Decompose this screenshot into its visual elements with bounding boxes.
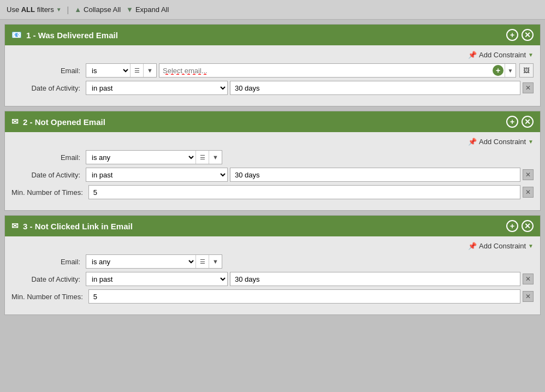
filter-1-date-input-group: in past in future is ✕	[86, 81, 534, 95]
filter-1-email-add-button[interactable]: +	[493, 65, 503, 76]
filter-3-email-label: Email:	[11, 258, 82, 266]
filter-1-date-select[interactable]: in past in future is	[86, 81, 228, 95]
filter-3-min-times-row: Min. Number of Times: ✕	[11, 289, 534, 304]
filter-2-days-input[interactable]	[230, 168, 520, 182]
use-all-filters[interactable]: Use ALL filters ▼	[7, 5, 62, 14]
filter-3-date-select[interactable]: in past in future is	[86, 272, 228, 286]
filter-2-min-times-remove-button[interactable]: ✕	[523, 187, 534, 198]
filter-2-min-times-input[interactable]	[88, 185, 520, 199]
filter-header-1: 📧 1 - Was Delivered Email + ✕	[5, 25, 540, 45]
filter-2-min-times-input-group: ✕	[88, 185, 534, 199]
filter-3-body: 📌 Add Constraint ▼ Email: is is any is n…	[5, 236, 540, 314]
filter-2-email-label: Email:	[11, 153, 82, 162]
filter-header-left-1: 📧 1 - Was Delivered Email	[11, 30, 118, 40]
filter-1-email-value-input[interactable]	[159, 65, 491, 76]
filter-3-add-constraint-label: Add Constraint	[479, 242, 526, 250]
filter-1-email-type-select-wrapper: is is any is not ☰ ▼	[86, 63, 157, 78]
filter-2-add-constraint-row: 📌 Add Constraint ▼	[11, 138, 534, 146]
filter-3-add-constraint-row: 📌 Add Constraint ▼	[11, 242, 534, 250]
filter-1-up-button[interactable]: +	[506, 29, 518, 41]
filter-3-email-input-group: is is any is not ☰ ▼	[86, 254, 534, 269]
filter-3-email-type-dropdown-btn[interactable]: ▼	[209, 255, 222, 268]
filter-2-body: 📌 Add Constraint ▼ Email: is is any is n…	[5, 132, 540, 210]
filter-2-date-label: Date of Activity:	[11, 171, 82, 179]
filter-2-email-type-select[interactable]: is is any is not	[86, 151, 196, 164]
filter-1-email-type-dropdown-btn[interactable]: ▼	[143, 64, 156, 77]
filter-1-email-type-icon-btn[interactable]: ☰	[130, 64, 143, 77]
filter-1-date-remove-button[interactable]: ✕	[523, 82, 534, 93]
filter-3-days-input[interactable]	[230, 272, 520, 286]
filter-2-date-select[interactable]: in past in future is	[86, 168, 228, 182]
filter-1-email-dropdown-button[interactable]: ▼	[505, 64, 516, 77]
toolbar-separator: |	[67, 5, 69, 14]
filter-1-date-row: Date of Activity: in past in future is ✕	[11, 81, 534, 95]
filter-3-email-type-select[interactable]: is is any is not	[86, 255, 196, 268]
filter-1-add-constraint-button[interactable]: 📌 Add Constraint ▼	[468, 51, 534, 59]
filter-2-email-type-select-wrapper: is is any is not ☰ ▼	[86, 150, 222, 164]
use-all-text: Use ALL filters	[7, 5, 54, 14]
filter-3-pin-icon: 📌	[468, 242, 477, 250]
filter-2-date-remove-button[interactable]: ✕	[523, 169, 534, 180]
filter-2-up-button[interactable]: +	[506, 116, 518, 128]
filter-1-email-image-button[interactable]: 🖼	[519, 63, 534, 78]
filter-2-add-constraint-button[interactable]: 📌 Add Constraint ▼	[468, 138, 534, 146]
filter-header-2: ✉ 2 - Not Opened Email + ✕	[5, 111, 540, 132]
filter-1-pin-icon: 📌	[468, 51, 477, 59]
filter-3-date-remove-button[interactable]: ✕	[523, 274, 534, 284]
filter-2-pin-icon: 📌	[468, 138, 477, 146]
filter-3-date-input-group: in past in future is ✕	[86, 272, 534, 286]
filter-header-right-2: + ✕	[506, 116, 534, 128]
filter-1-email-input-group: is is any is not ☰ ▼ + ▼ 🖼	[86, 63, 534, 78]
filter-3-title: 3 - Not Clicked Link in Email	[23, 222, 133, 231]
filter-1-icon: 📧	[11, 30, 22, 40]
filter-3-email-type-select-wrapper: is is any is not ☰ ▼	[86, 254, 222, 269]
filter-2-title: 2 - Not Opened Email	[23, 117, 105, 127]
expand-arrow-icon: ▼	[126, 5, 133, 14]
filter-1-title: 1 - Was Delivered Email	[26, 31, 118, 40]
filter-1-email-label: Email:	[11, 67, 82, 75]
filter-3-email-type-icon-btn[interactable]: ☰	[196, 255, 209, 268]
main-content: 📧 1 - Was Delivered Email + ✕ 📌 Add Cons…	[0, 20, 545, 319]
filter-3-icon: ✉	[11, 221, 19, 231]
filter-2-close-button[interactable]: ✕	[522, 116, 534, 128]
filter-3-close-button[interactable]: ✕	[522, 220, 534, 232]
filter-header-3: ✉ 3 - Not Clicked Link in Email + ✕	[5, 216, 540, 236]
filter-header-left-3: ✉ 3 - Not Clicked Link in Email	[11, 221, 133, 231]
filter-1-add-constraint-label: Add Constraint	[479, 51, 526, 59]
filter-2-email-type-dropdown-btn[interactable]: ▼	[209, 151, 222, 164]
expand-all-button[interactable]: ▼ Expand All	[126, 5, 169, 14]
filter-2-date-row: Date of Activity: in past in future is ✕	[11, 168, 534, 182]
collapse-arrow-icon: ▲	[74, 5, 81, 14]
filter-block-2: ✉ 2 - Not Opened Email + ✕ 📌 Add Constra…	[4, 111, 541, 211]
filter-3-date-row: Date of Activity: in past in future is ✕	[11, 272, 534, 286]
filter-block-3: ✉ 3 - Not Clicked Link in Email + ✕ 📌 Ad…	[4, 215, 541, 315]
filter-3-min-times-input[interactable]	[88, 289, 520, 304]
filter-3-date-label: Date of Activity:	[11, 275, 82, 283]
filter-1-body: 📌 Add Constraint ▼ Email: is is any is n…	[5, 45, 540, 106]
filter-block-1: 📧 1 - Was Delivered Email + ✕ 📌 Add Cons…	[4, 24, 541, 106]
filter-1-close-button[interactable]: ✕	[522, 29, 534, 41]
filter-1-add-constraint-arrow: ▼	[528, 52, 534, 58]
filter-2-min-times-label: Min. Number of Times:	[11, 188, 85, 197]
filter-3-min-times-label: Min. Number of Times:	[11, 293, 85, 301]
filter-header-left-2: ✉ 2 - Not Opened Email	[11, 117, 105, 127]
filter-2-add-constraint-label: Add Constraint	[479, 138, 526, 146]
collapse-all-label: Collapse All	[84, 5, 121, 14]
filter-2-email-row: Email: is is any is not ☰ ▼	[11, 150, 534, 164]
filter-3-up-button[interactable]: +	[506, 220, 518, 232]
filter-3-min-times-remove-button[interactable]: ✕	[523, 291, 534, 302]
filter-2-date-input-group: in past in future is ✕	[86, 168, 534, 182]
filter-2-email-input-group: is is any is not ☰ ▼	[86, 150, 534, 164]
filter-1-email-type-select[interactable]: is is any is not	[86, 64, 130, 77]
collapse-all-button[interactable]: ▲ Collapse All	[74, 5, 121, 14]
filter-2-add-constraint-arrow: ▼	[528, 139, 534, 145]
filter-2-email-type-icon-btn[interactable]: ☰	[196, 151, 209, 164]
filter-3-add-constraint-button[interactable]: 📌 Add Constraint ▼	[468, 242, 534, 250]
filter-3-email-row: Email: is is any is not ☰ ▼	[11, 254, 534, 269]
filter-1-date-label: Date of Activity:	[11, 84, 82, 92]
filter-header-right-3: + ✕	[506, 220, 534, 232]
filter-1-days-input[interactable]	[230, 81, 520, 95]
use-all-dropdown-icon[interactable]: ▼	[56, 7, 62, 13]
filter-1-add-constraint-row: 📌 Add Constraint ▼	[11, 51, 534, 59]
filter-3-add-constraint-arrow: ▼	[528, 243, 534, 249]
